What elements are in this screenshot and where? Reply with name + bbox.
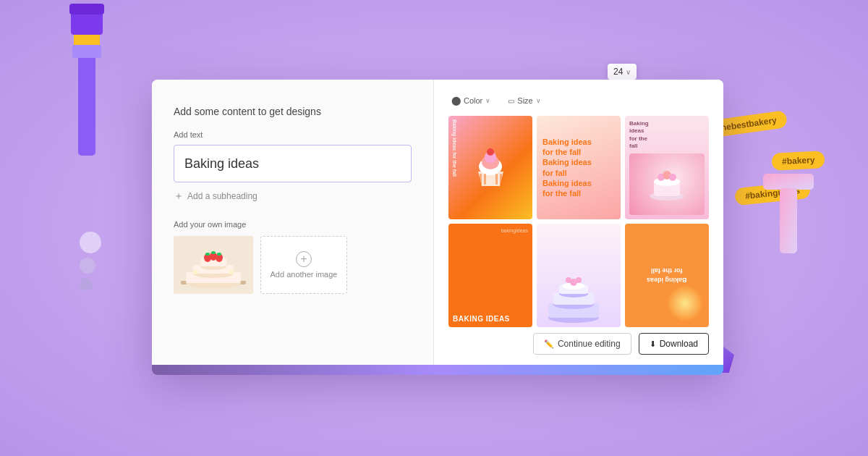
download-icon: ⬇ xyxy=(650,339,656,349)
svg-rect-0 xyxy=(78,43,95,156)
cake-illustration xyxy=(174,236,253,294)
svg-rect-30 xyxy=(500,174,502,185)
svg-point-26 xyxy=(487,148,494,156)
edit-icon: ✏️ xyxy=(544,339,554,349)
svg-rect-29 xyxy=(495,174,498,185)
add-text-label: Add text xyxy=(174,130,412,139)
svg-rect-27 xyxy=(480,174,482,185)
svg-point-45 xyxy=(566,277,571,283)
design-card-5[interactable] xyxy=(537,224,621,327)
svg-rect-4 xyxy=(72,45,101,58)
color-label: Color xyxy=(464,96,482,105)
add-subheading-label: Add a subheading xyxy=(187,191,258,201)
add-image-label: Add your own image xyxy=(174,220,412,229)
svg-point-46 xyxy=(576,277,582,283)
svg-point-18 xyxy=(205,253,210,256)
svg-rect-5 xyxy=(763,174,814,190)
left-panel: Add some content to get designs Add text… xyxy=(152,80,434,369)
color-chevron: ∨ xyxy=(485,97,490,104)
size-icon: ▭ xyxy=(508,97,514,105)
image-row: + Add another image xyxy=(174,236,412,294)
download-label: Download xyxy=(660,339,698,349)
design-card-3[interactable]: Bakingideasfor thefall xyxy=(625,116,709,219)
svg-point-36 xyxy=(669,174,676,181)
bead-medium xyxy=(80,258,95,274)
card6-reversed-text: Baking ideasfor the fall xyxy=(647,266,687,284)
download-btn[interactable]: ⬇ Download xyxy=(639,333,709,355)
svg-point-22 xyxy=(229,270,234,274)
bead-large xyxy=(80,232,101,253)
t-decoration xyxy=(760,166,817,268)
plus-circle-icon: + xyxy=(296,251,312,267)
color-filter-btn[interactable]: ⬤ Color ∨ xyxy=(448,94,493,107)
right-toolbar: ⬤ Color ∨ ▭ Size ∨ xyxy=(448,94,709,107)
image-thumbnail[interactable] xyxy=(174,236,253,294)
continue-editing-label: Continue editing xyxy=(558,339,621,349)
size-chevron: ∨ xyxy=(536,97,541,104)
cupcake-svg xyxy=(471,146,511,190)
card3-title: Bakingideasfor thefall xyxy=(629,120,705,151)
card1-vertical-text: Baking ideas for the fall xyxy=(452,119,457,177)
card6-dessert xyxy=(667,285,703,321)
size-filter-btn[interactable]: ▭ Size ∨ xyxy=(505,95,543,106)
page-badge[interactable]: 24 ∨ xyxy=(608,64,637,80)
design-grid: Baking ideas for the fall xyxy=(448,116,709,327)
add-subheading-btn[interactable]: ＋ Add a subheading xyxy=(174,190,412,203)
design-card-2[interactable]: Baking ideasfor the fallBaking ideasfor … xyxy=(537,116,621,219)
beads-decoration xyxy=(80,232,101,291)
design-card-4[interactable]: bakingideas BAKING IDEAS xyxy=(448,224,532,327)
paintbrush-decoration xyxy=(43,0,130,166)
color-icon: ⬤ xyxy=(451,96,461,106)
svg-rect-28 xyxy=(484,174,486,185)
text-input-value: Baking ideas xyxy=(184,156,259,172)
plus-icon: ＋ xyxy=(174,190,184,203)
dessert-svg xyxy=(645,166,689,202)
text-input-box[interactable]: Baking ideas xyxy=(174,145,412,182)
svg-rect-6 xyxy=(780,188,797,253)
design-card-6[interactable]: Baking ideasfor the fall xyxy=(625,224,709,327)
cake-card5-svg xyxy=(541,269,606,323)
card3-image xyxy=(629,153,705,215)
card4-main-text: BAKING IDEAS xyxy=(453,315,510,323)
bottom-action-bar: ✏️ Continue editing ⬇ Download xyxy=(448,327,709,355)
add-another-image-label: Add another image xyxy=(271,270,338,279)
panel-title: Add some content to get designs xyxy=(174,106,412,117)
size-label: Size xyxy=(517,96,532,105)
app-window: Add some content to get designs Add text… xyxy=(152,80,723,369)
bead-small xyxy=(80,278,93,291)
design-card-1[interactable]: Baking ideas for the fall xyxy=(448,116,532,219)
svg-point-20 xyxy=(217,253,221,256)
add-another-image-btn[interactable]: + Add another image xyxy=(260,236,347,294)
svg-rect-3 xyxy=(69,4,104,14)
page-chevron: ∨ xyxy=(626,68,631,76)
svg-point-19 xyxy=(211,251,216,254)
card2-text: Baking ideasfor the fallBaking ideasfor … xyxy=(542,137,615,199)
card4-small-text: bakingideas xyxy=(501,228,528,233)
svg-point-21 xyxy=(193,270,197,274)
page-number: 24 xyxy=(613,67,623,77)
continue-editing-btn[interactable]: ✏️ Continue editing xyxy=(533,333,631,355)
right-panel: ⬤ Color ∨ ▭ Size ∨ Baking ideas for the … xyxy=(434,80,723,369)
